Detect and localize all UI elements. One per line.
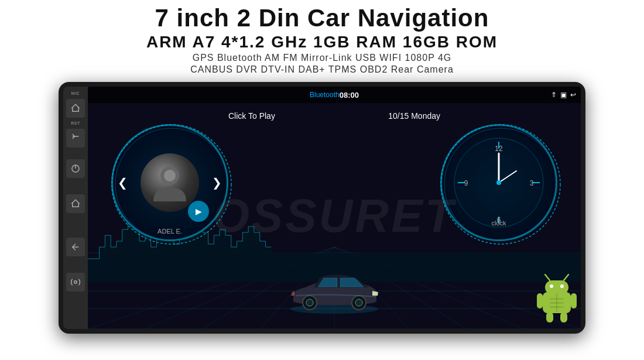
svg-point-24	[306, 299, 313, 306]
expand-icon: ⇑	[551, 91, 557, 99]
svg-line-46	[564, 275, 568, 280]
status-bar: Bluetooth 08:00 ⇑ ▣ ↩	[88, 87, 581, 103]
features-line1: GPS Bluetooth AM FM Mirror-Link USB WIFI…	[146, 53, 498, 63]
page-container: 7 inch 2 Din Car Navigation ARM A7 4*1.2…	[0, 0, 644, 360]
main-title: 7 inch 2 Din Car Navigation	[146, 5, 498, 32]
svg-line-45	[545, 275, 550, 280]
svg-rect-48	[571, 293, 577, 308]
rst-label: RST	[71, 121, 80, 125]
android-robot	[536, 272, 578, 326]
bottom-button[interactable]	[66, 273, 85, 292]
home-button[interactable]	[66, 99, 85, 118]
click-to-play-label: Click To Play	[228, 111, 275, 121]
clock-label: clock	[442, 220, 556, 227]
device-wrapper: MIC RST	[0, 82, 644, 334]
clock-circle: 3 6 9 12	[440, 124, 557, 241]
status-icons-group: ⇑ ▣ ↩	[551, 91, 576, 99]
spec-line: ARM A7 4*1.2 GHz 1GB RAM 16GB ROM	[146, 33, 498, 52]
svg-point-2	[74, 281, 77, 284]
svg-rect-53	[550, 302, 564, 304]
music-circle-outer: ❮ ❯ ▶ ADEL E.	[111, 124, 228, 241]
svg-rect-52	[550, 298, 564, 300]
rst-button[interactable]	[66, 129, 85, 148]
back-nav-icon: ↩	[570, 91, 576, 99]
mic-label: MIC	[71, 91, 80, 95]
svg-point-26	[355, 299, 362, 306]
left-panel: MIC RST	[63, 87, 88, 329]
svg-rect-49	[546, 312, 553, 323]
prev-button[interactable]: ❮	[118, 176, 128, 190]
svg-point-19	[115, 128, 228, 241]
svg-point-44	[560, 284, 564, 288]
window-icon: ▣	[560, 91, 567, 99]
features-line2: CANBUS DVR DTV-IN DAB+ TPMS OBD2 Rear Ca…	[146, 64, 498, 75]
date-display: 10/15 Monday	[388, 111, 440, 121]
power-button[interactable]	[66, 159, 85, 178]
header-section: 7 inch 2 Din Car Navigation ARM A7 4*1.2…	[146, 0, 498, 78]
nav-home-button[interactable]	[66, 194, 85, 213]
clock-circle-outer: 3 6 9 12	[440, 124, 557, 241]
music-player-circle: ❮ ❯ ▶ ADEL E.	[111, 124, 228, 241]
car-stereo-device: MIC RST	[59, 82, 585, 334]
car-image	[282, 265, 387, 320]
svg-rect-47	[537, 293, 543, 308]
artist-name: ADEL E.	[113, 228, 227, 235]
main-screen: Bluetooth 08:00 ⇑ ▣ ↩ Click To Play 10/1…	[88, 87, 581, 329]
svg-point-43	[550, 284, 553, 288]
svg-rect-54	[550, 306, 564, 308]
svg-rect-50	[560, 312, 567, 323]
status-time: 08:00	[340, 91, 359, 100]
play-button[interactable]: ▶	[188, 201, 209, 222]
svg-rect-42	[545, 280, 568, 294]
next-button[interactable]: ❯	[212, 176, 222, 190]
bluetooth-icon: Bluetooth	[310, 91, 340, 99]
back-button[interactable]	[66, 238, 85, 256]
